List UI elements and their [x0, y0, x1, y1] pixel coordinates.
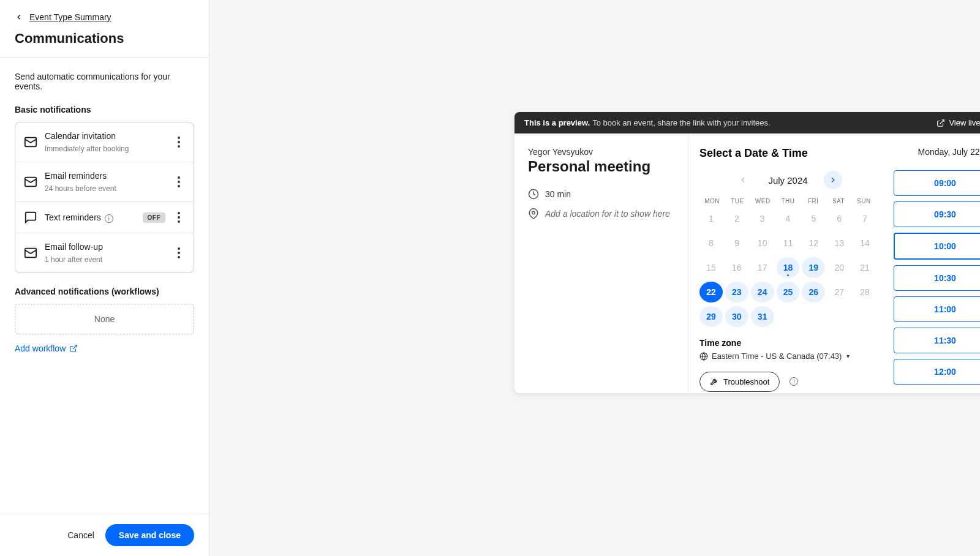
notification-row[interactable]: Calendar invitation Immediately after bo… — [15, 122, 194, 162]
svg-line-4 — [940, 119, 944, 123]
notification-subtext: 1 hour after event — [45, 255, 165, 264]
calendar-day: 17 — [751, 257, 774, 278]
notification-title: Text reminders i — [45, 212, 135, 223]
timeslot-button[interactable]: 11:00 — [894, 296, 980, 322]
event-title: Personal meeting — [528, 158, 674, 175]
timeslot-button[interactable]: 09:00 — [894, 170, 980, 196]
calendar-day[interactable]: 29 — [699, 306, 723, 327]
calendar-day: 10 — [751, 233, 774, 254]
save-button[interactable]: Save and close — [105, 524, 194, 546]
kebab-menu-icon[interactable] — [173, 247, 185, 258]
timeslot-button[interactable]: 10:30 — [894, 265, 980, 291]
calendar-day[interactable]: 26 — [802, 282, 825, 302]
calendar-day: 8 — [699, 233, 723, 254]
calendar-day: 3 — [751, 208, 774, 229]
location-row[interactable]: Add a location for it to show here — [528, 208, 674, 219]
mail-icon — [24, 175, 37, 189]
notification-row[interactable]: Text reminders i OFF — [15, 202, 194, 233]
troubleshoot-label: Troubleshoot — [723, 377, 769, 386]
calendar-day: 11 — [777, 233, 800, 254]
globe-icon — [699, 352, 708, 361]
troubleshoot-button[interactable]: Troubleshoot — [699, 372, 780, 392]
calendar-day: 7 — [853, 208, 876, 229]
calendar-day[interactable]: 22 — [699, 282, 723, 302]
calendar-day: 15 — [699, 257, 723, 278]
location-icon — [528, 208, 539, 219]
calendar-day[interactable]: 30 — [725, 306, 748, 327]
chat-icon — [24, 211, 37, 224]
clock-icon — [528, 189, 539, 200]
preview-bar-text: To book an event, share the link with yo… — [592, 118, 771, 127]
sidebar-footer: Cancel Save and close — [0, 514, 209, 556]
timeslot-button[interactable]: 12:00 — [894, 359, 980, 385]
kebab-menu-icon[interactable] — [173, 176, 185, 187]
notification-row[interactable]: Email reminders 24 hours before event — [15, 162, 194, 202]
calendar-day: 20 — [827, 257, 851, 278]
add-workflow-link[interactable]: Add workflow — [15, 344, 78, 353]
dow-label: SAT — [826, 198, 851, 205]
calendar-day: 27 — [827, 282, 851, 302]
calendar-day[interactable]: 18 — [777, 257, 800, 278]
info-icon[interactable]: i — [105, 214, 113, 223]
sidebar-header: Event Type Summary Communications — [0, 0, 209, 58]
notification-subtext: Immediately after booking — [45, 145, 165, 153]
prev-month-button[interactable] — [734, 171, 752, 189]
calendar-grid: 1234567891011121314151617181920212223242… — [699, 208, 876, 327]
wrench-icon — [710, 377, 718, 386]
select-date-heading: Select a Date & Time — [699, 147, 876, 160]
mail-icon — [24, 246, 37, 260]
page-title: Communications — [15, 31, 194, 58]
advanced-notifications-heading: Advanced notifications (workflows) — [15, 287, 194, 296]
timezone-value: Eastern Time - US & Canada (07:43) — [712, 351, 842, 361]
duration-text: 30 min — [545, 189, 571, 199]
view-live-link[interactable]: View live page — [937, 118, 980, 127]
calendar-day: 16 — [725, 257, 748, 278]
notification-row[interactable]: Email follow-up 1 hour after event — [15, 233, 194, 272]
calendar-day: 5 — [802, 208, 825, 229]
timeslot-button[interactable]: 09:30 — [894, 201, 980, 227]
calendar-day: 12 — [802, 233, 825, 254]
back-link[interactable]: Event Type Summary — [15, 12, 194, 22]
sidebar-body: Send automatic communications for your e… — [0, 58, 209, 514]
calendar-day[interactable]: 24 — [751, 282, 774, 302]
calendar-day: 13 — [827, 233, 851, 254]
calendar-day: 6 — [827, 208, 851, 229]
dow-label: WED — [750, 198, 775, 205]
dow-label: FRI — [801, 198, 826, 205]
notification-subtext: 24 hours before event — [45, 184, 165, 193]
preview-bar-bold: This is a preview. — [524, 118, 590, 127]
calendar-day[interactable]: 31 — [751, 306, 774, 327]
calendar-day[interactable]: 25 — [777, 282, 800, 302]
timezone-heading: Time zone — [699, 338, 876, 348]
svg-point-6 — [532, 211, 535, 214]
calendar-day: 28 — [853, 282, 876, 302]
next-month-button[interactable] — [824, 171, 842, 189]
duration-row: 30 min — [528, 189, 674, 200]
advanced-none-box: None — [15, 304, 194, 334]
calendar-day: 2 — [725, 208, 748, 229]
calendar-column: Select a Date & Time July 2024 MONTUEWED… — [688, 133, 888, 393]
calendar-day: 1 — [699, 208, 723, 229]
timeslot-button[interactable]: 10:00 — [894, 233, 980, 260]
calendar-day: 14 — [853, 233, 876, 254]
svg-line-3 — [73, 345, 77, 349]
kebab-menu-icon[interactable] — [173, 212, 185, 223]
calendar-day: 9 — [725, 233, 748, 254]
calendar-day: 4 — [777, 208, 800, 229]
info-icon[interactable]: i — [790, 377, 798, 386]
timeslot-button[interactable]: 11:30 — [894, 328, 980, 353]
kebab-menu-icon[interactable] — [173, 137, 185, 148]
host-name: Yegor Yevsyukov — [528, 147, 674, 157]
mail-icon — [24, 135, 37, 149]
calendar-day[interactable]: 23 — [725, 282, 748, 302]
off-badge: OFF — [143, 212, 166, 223]
dow-label: MON — [699, 198, 725, 205]
timeslots-column: Monday, July 22 09:0009:3010:0010:3011:0… — [888, 133, 980, 393]
cancel-button[interactable]: Cancel — [67, 530, 94, 540]
event-info-column: Yegor Yevsyukov Personal meeting 30 min … — [514, 133, 688, 393]
timezone-select[interactable]: Eastern Time - US & Canada (07:43) ▾ — [699, 351, 850, 361]
external-link-icon — [937, 119, 945, 127]
calendar-day[interactable]: 19 — [802, 257, 825, 278]
basic-notifications-heading: Basic notifications — [15, 105, 194, 115]
preview-card: This is a preview. To book an event, sha… — [514, 112, 980, 393]
